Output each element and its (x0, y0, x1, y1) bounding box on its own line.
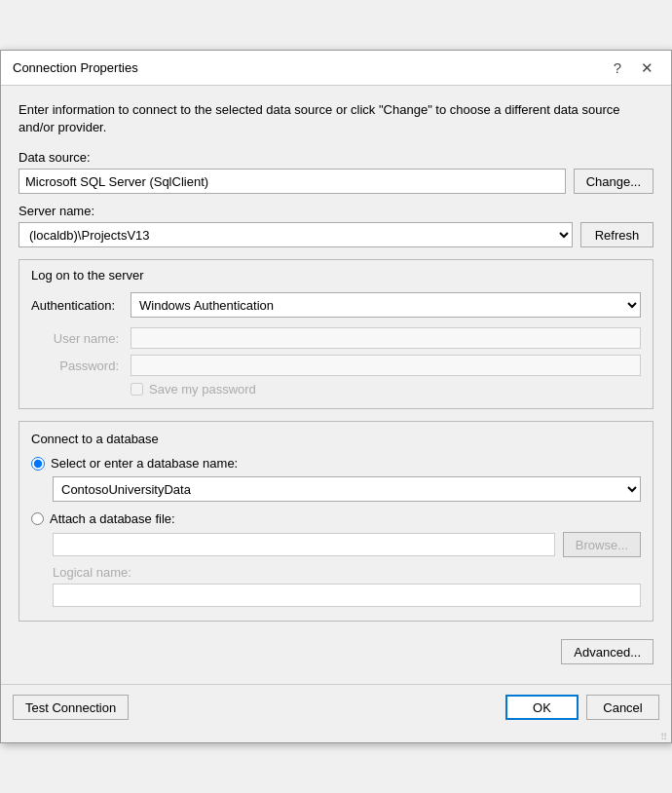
database-group-title: Connect to a database (31, 432, 641, 446)
change-button[interactable]: Change... (574, 169, 653, 194)
data-source-label: Data source: (19, 150, 653, 165)
logical-name-input (53, 584, 641, 607)
save-password-checkbox (131, 383, 143, 396)
close-button[interactable]: ✕ (635, 58, 659, 77)
password-label: Password: (31, 359, 119, 373)
resize-handle: ⠿ (1, 730, 671, 742)
server-name-row: (localdb)\ProjectsV13 Refresh (19, 222, 653, 247)
title-bar: Connection Properties ? ✕ (1, 51, 671, 86)
logon-group-title: Log on to the server (31, 268, 641, 283)
username-row: User name: (31, 327, 641, 349)
dialog-content: Enter information to connect to the sele… (1, 86, 671, 684)
dialog-title: Connection Properties (13, 60, 138, 75)
username-input (131, 327, 641, 349)
data-source-row: Change... (19, 169, 653, 194)
title-bar-left: Connection Properties (13, 60, 138, 75)
authentication-select[interactable]: Windows Authentication (131, 292, 641, 318)
test-connection-button[interactable]: Test Connection (13, 695, 129, 720)
attach-input-row: Browse... (53, 532, 641, 557)
attach-radio-row: Attach a database file: (31, 511, 641, 526)
bottom-bar: Test Connection OK Cancel (1, 684, 671, 730)
select-db-label: Select or enter a database name: (51, 456, 238, 471)
connection-properties-dialog: Connection Properties ? ✕ Enter informat… (0, 50, 672, 743)
cancel-button[interactable]: Cancel (586, 695, 659, 720)
ok-button[interactable]: OK (505, 695, 579, 720)
attach-db-label: Attach a database file: (50, 511, 175, 526)
footer-row: Advanced... (19, 633, 653, 668)
title-bar-controls: ? ✕ (608, 58, 659, 77)
password-row: Password: (31, 355, 641, 376)
browse-button: Browse... (563, 532, 641, 557)
description-text: Enter information to connect to the sele… (19, 101, 653, 136)
attach-db-radio[interactable] (31, 512, 44, 525)
database-group: Connect to a database Select or enter a … (19, 421, 653, 622)
select-db-radio[interactable] (31, 457, 45, 471)
save-password-label: Save my password (149, 382, 256, 396)
database-select[interactable]: ContosoUniversityData (53, 476, 641, 502)
attach-file-input (53, 533, 555, 556)
bottom-right-buttons: OK Cancel (505, 695, 659, 720)
logon-group: Log on to the server Authentication: Win… (19, 259, 653, 409)
select-db-radio-row: Select or enter a database name: (31, 456, 641, 471)
auth-label: Authentication: (31, 298, 119, 313)
server-name-select[interactable]: (localdb)\ProjectsV13 (19, 222, 573, 247)
username-label: User name: (31, 331, 119, 346)
data-source-input[interactable] (19, 169, 566, 194)
save-password-row: Save my password (31, 382, 641, 396)
refresh-button[interactable]: Refresh (580, 222, 653, 247)
help-button[interactable]: ? (608, 58, 627, 77)
db-select-row: ContosoUniversityData (53, 476, 641, 502)
advanced-button[interactable]: Advanced... (561, 639, 653, 664)
server-name-label: Server name: (19, 204, 653, 218)
password-input (131, 355, 641, 376)
auth-row: Authentication: Windows Authentication (31, 292, 641, 318)
logical-name-label: Logical name: (53, 565, 641, 580)
